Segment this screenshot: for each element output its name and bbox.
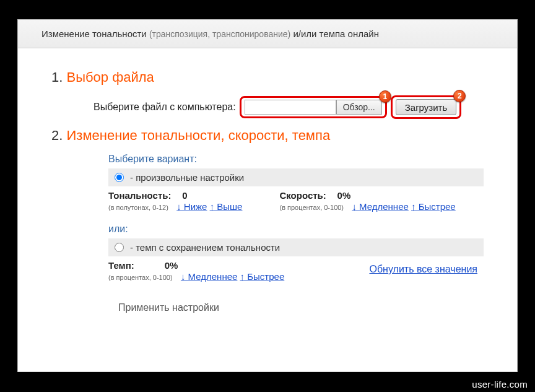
tempo-down-link[interactable]: ↓ Медленнее [181,271,237,282]
or-label: или: [108,224,484,235]
speed-sub: (в процентах, 0-100) [279,204,344,211]
upload-button[interactable]: Загрузить [396,99,457,115]
step1-num: 1. [51,69,63,85]
file-row: Выберите файл с компьютера: Обзор... 1 З… [51,95,484,119]
radio-tempo[interactable] [115,243,124,252]
option-tempo-label: - темп с сохранением тональности [130,242,280,253]
file-label: Выберите файл с компьютера: [94,102,236,113]
header-text-1: Изменение тональности [41,28,147,39]
tone-label: Тональность: [108,190,171,201]
content: 1. Выбор файла Выберите файл с компьютер… [18,48,517,320]
step2-title: 2. Изменение тональности, скорости, темп… [51,128,484,144]
watermark: user-life.com [464,377,535,392]
speed-label: Скорость: [279,190,326,201]
header-paren: (транспозиция, транспонирование) [149,29,290,39]
app-frame: Изменение тональности (транспозиция, тра… [17,19,518,372]
tone-sub: (в полутонах, 0-12) [108,204,168,211]
tempo-block: Темп: 0% (в процентах, 0-100) ↓ Медленне… [108,260,284,282]
step2-body: Выберите вариант: - произвольные настрой… [51,154,484,282]
tone-up-link[interactable]: ↑ Выше [210,201,243,212]
option-custom[interactable]: - произвольные настройки [108,168,484,186]
browse-button[interactable]: Обзор... [336,100,382,115]
page-header: Изменение тональности (транспозиция, тра… [18,20,517,48]
speed-down-link[interactable]: ↓ Медленнее [352,201,408,212]
header-text-2: и/или темпа онлайн [293,28,379,39]
apply-link[interactable]: Применить настройки [118,302,219,313]
speed-block: Скорость: 0% (в процентах, 0-100) ↓ Медл… [279,190,455,212]
option-custom-label: - произвольные настройки [130,172,244,183]
upload-highlight: Загрузить 2 [391,95,462,119]
step2-num: 2. [51,128,63,143]
callout-marker-1: 1 [379,90,391,103]
radio-custom[interactable] [115,173,124,182]
tone-down-link[interactable]: ↓ Ниже [176,201,207,212]
custom-params: Тональность: 0 (в полутонах, 0-12) ↓ Ниж… [108,190,484,212]
tone-block: Тональность: 0 (в полутонах, 0-12) ↓ Ниж… [108,190,242,212]
tone-value: 0 [182,190,187,201]
file-input-highlight: Обзор... 1 [240,96,387,118]
file-path-input[interactable] [245,100,336,115]
reset-link[interactable]: Обнулить все значения [369,264,477,274]
tempo-up-link[interactable]: ↑ Быстрее [240,271,285,282]
speed-up-link[interactable]: ↑ Быстрее [411,201,456,212]
apply-row: Применить настройки [51,302,484,313]
tempo-value: 0% [165,260,178,271]
tempo-label: Темп: [108,260,134,271]
tempo-params: Темп: 0% (в процентах, 0-100) ↓ Медленне… [108,260,484,282]
tempo-sub: (в процентах, 0-100) [108,274,173,281]
variant-label: Выберите вариант: [108,154,484,165]
speed-value: 0% [337,190,351,201]
step1-title: 1. Выбор файла [51,69,484,85]
step1-text: Выбор файла [66,69,154,85]
reset-block: Обнулить все значения [321,260,484,282]
step2-text: Изменение тональности, скорости, темпа [66,128,330,143]
option-tempo[interactable]: - темп с сохранением тональности [108,238,484,256]
callout-marker-2: 2 [453,90,466,102]
